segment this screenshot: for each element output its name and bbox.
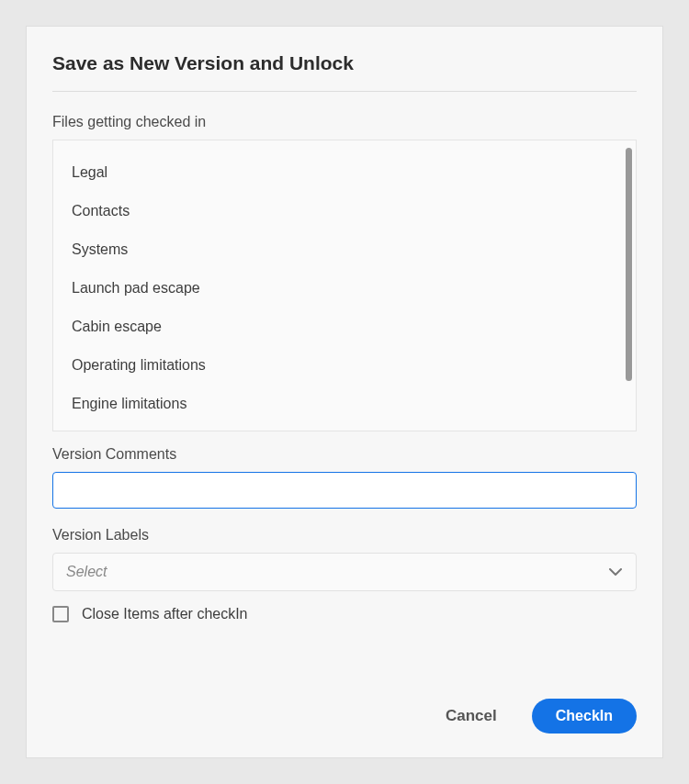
version-comments-input[interactable] [52,472,637,509]
list-item: Contacts [72,192,617,230]
select-placeholder: Select [66,564,107,580]
version-comments-label: Version Comments [52,446,637,463]
list-item: Launch pad escape [72,269,617,308]
file-list[interactable]: Legal Contacts Systems Launch pad escape… [53,140,636,431]
save-version-dialog: Save as New Version and Unlock Files get… [26,26,663,758]
list-item: Engine limitations [72,385,617,423]
file-list-container: Legal Contacts Systems Launch pad escape… [52,140,637,431]
list-item: Legal [72,153,617,192]
dialog-title: Save as New Version and Unlock [52,52,637,74]
close-items-checkbox[interactable] [52,606,69,622]
version-labels-select[interactable]: Select [52,553,637,591]
files-section-label: Files getting checked in [52,114,637,130]
list-item: Operating limitations [72,346,617,385]
list-item: Cabin escape [72,308,617,346]
cancel-button[interactable]: Cancel [442,700,501,733]
version-labels-select-wrapper: Select [52,553,637,591]
list-item: Systems [72,230,617,269]
close-items-label: Close Items after checkIn [82,606,248,622]
dialog-button-row: Cancel CheckIn [442,699,637,734]
title-divider [52,91,637,92]
scrollbar-thumb[interactable] [626,148,632,381]
version-labels-label: Version Labels [52,527,637,543]
close-items-checkbox-row: Close Items after checkIn [52,606,637,622]
checkin-button[interactable]: CheckIn [532,699,637,734]
